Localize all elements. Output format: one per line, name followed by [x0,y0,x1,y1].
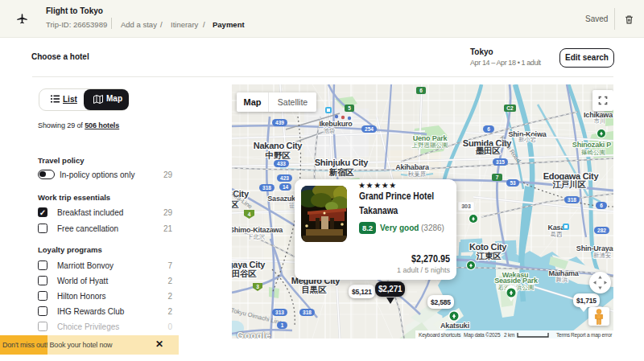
svg-text:C2: C2 [506,105,514,111]
svg-text:439: 439 [275,120,284,125]
svg-text:Nakano City: Nakano City [254,141,303,150]
svg-text:282: 282 [597,228,606,233]
svg-text:池袋: 池袋 [324,127,336,134]
svg-text:江戸川区: 江戸川区 [552,179,587,189]
svg-text:433: 433 [277,161,286,166]
svg-text:篠崎公園: 篠崎公園 [581,149,605,156]
svg-text:4: 4 [248,211,251,217]
svg-text:中野区: 中野区 [266,150,291,160]
svg-text:6: 6 [600,203,603,208]
svg-text:3: 3 [256,284,259,289]
svg-text:田谷区: 田谷区 [232,269,257,278]
svg-text:葛西: 葛西 [551,231,564,238]
svg-text:254: 254 [365,126,374,132]
svg-text:上野恩賜公園: 上野恩賜公園 [412,142,448,149]
svg-text:423: 423 [280,175,289,181]
svg-text:舞浜: 舞浜 [556,276,569,283]
svg-text:318: 318 [303,310,312,315]
svg-text:303: 303 [461,203,471,209]
svg-text:下北沢: 下北沢 [247,233,266,240]
svg-text:315: 315 [496,159,505,165]
svg-text:318: 318 [568,197,576,203]
svg-text:新浦安: 新浦安 [593,252,612,259]
svg-text:5: 5 [348,105,351,111]
svg-text:新宿区: 新宿区 [328,167,354,177]
svg-text:53: 53 [510,180,516,186]
svg-text:Akatsuki: Akatsuki [440,322,469,330]
svg-text:7: 7 [496,174,499,180]
svg-text:14: 14 [283,184,289,190]
svg-text:1: 1 [281,322,284,328]
svg-text:Shinozaki P: Shinozaki P [572,141,612,149]
svg-text:秋葉原: 秋葉原 [408,170,427,178]
svg-text:市川: 市川 [594,117,606,125]
svg-text:目黒区: 目黒区 [302,285,327,294]
svg-text:Shinjuku City: Shinjuku City [315,158,369,167]
svg-text:318: 318 [262,185,271,191]
svg-text:墨田区: 墨田区 [476,146,501,155]
svg-text:6: 6 [419,88,423,93]
svg-text:313: 313 [275,310,284,315]
svg-text:江東区: 江東区 [476,251,502,260]
svg-text:6: 6 [487,126,490,132]
svg-text:新小岩: 新小岩 [518,136,537,143]
